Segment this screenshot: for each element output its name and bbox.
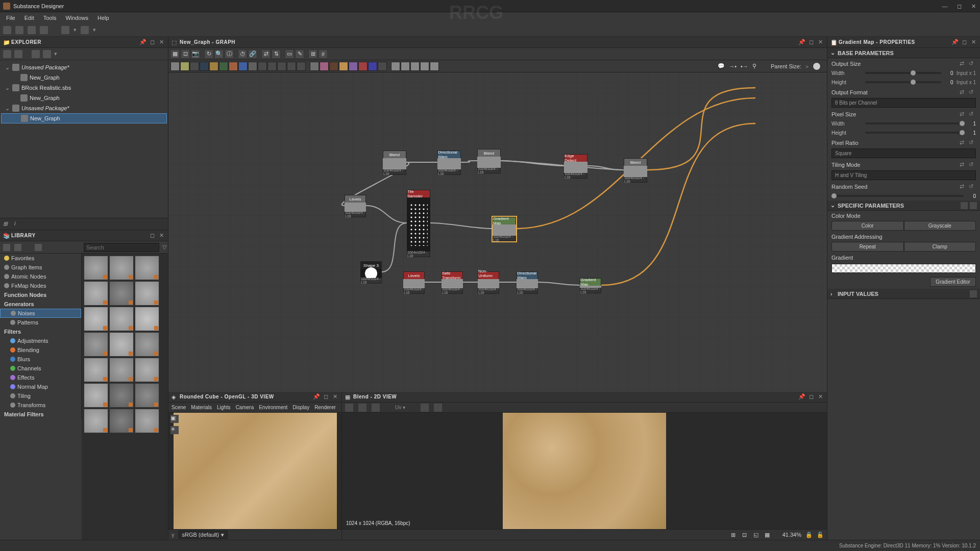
library-thumbnail[interactable] <box>84 256 108 280</box>
library-category[interactable]: FxMap Nodes <box>0 281 81 290</box>
menu-edit[interactable]: Edit <box>20 14 38 22</box>
graph-node[interactable]: Blend1024x1024 - L16 <box>624 158 647 183</box>
library-category[interactable]: Channels <box>0 364 81 373</box>
maximize-icon[interactable]: ◻ <box>955 3 963 10</box>
select-icon[interactable]: ▦ <box>170 49 180 59</box>
library-category[interactable]: Blurs <box>0 355 81 364</box>
parent-size-icon[interactable] <box>813 62 821 70</box>
fit-icon[interactable]: ⊡ <box>181 49 190 59</box>
info-icon[interactable] <box>421 404 429 412</box>
view3d-menu-scene[interactable]: Scene <box>172 405 186 410</box>
pin-icon[interactable]: 📌 <box>139 39 146 46</box>
library-thumbnail[interactable] <box>109 307 134 331</box>
graph-node[interactable]: Edge Detect1024x1024 - L16 <box>564 154 587 179</box>
palette-swatch[interactable] <box>368 62 377 71</box>
library-category[interactable]: Blending <box>0 345 81 355</box>
pin-icon[interactable]: 📌 <box>951 39 959 46</box>
minimize-icon[interactable]: — <box>941 3 948 10</box>
maximize-panel-icon[interactable]: ◻ <box>149 232 156 239</box>
view3d-menu-lights[interactable]: Lights <box>217 405 231 410</box>
link-icon[interactable]: ⇄ <box>960 139 967 146</box>
lib-view-icon[interactable] <box>3 244 10 251</box>
palette-swatch[interactable] <box>267 62 277 71</box>
comment-icon[interactable]: 💬 <box>718 63 725 69</box>
pin-icon[interactable]: 🔓 <box>817 532 824 538</box>
palette-swatch[interactable] <box>320 62 329 71</box>
palette-swatch[interactable] <box>277 62 286 71</box>
zoom-actual-icon[interactable]: ◱ <box>753 532 761 538</box>
export-icon[interactable] <box>358 404 366 412</box>
palette-swatch[interactable] <box>238 62 248 71</box>
library-thumbnail[interactable] <box>84 358 108 382</box>
lib-edit-icon[interactable] <box>35 244 42 251</box>
graph-node[interactable]: Blend1024x1024 - L16 <box>383 151 406 175</box>
palette-swatch[interactable] <box>180 62 189 71</box>
tree-item[interactable]: New_Graph <box>1 93 167 103</box>
graph-node[interactable]: Non-Uniform Blur1024x1024 - L16 <box>478 271 499 294</box>
link-icon[interactable]: ⇄ <box>960 60 967 67</box>
close-panel-icon[interactable]: ✕ <box>970 39 977 46</box>
library-category[interactable]: Favorites <box>0 254 81 263</box>
tree-item[interactable]: ⌄Unsaved Package* <box>1 62 167 72</box>
link-icon[interactable]: ⇄ <box>960 111 967 118</box>
props-icon[interactable]: ⊞ <box>3 220 10 228</box>
color-mode-grayscale-button[interactable]: Grayscale <box>904 221 976 231</box>
light-icon[interactable]: ☀ <box>170 426 179 434</box>
library-category[interactable]: Effects <box>0 373 81 382</box>
gear-icon[interactable] <box>970 290 977 297</box>
palette-swatch[interactable] <box>329 62 338 71</box>
lock-icon[interactable]: 🔒 <box>805 532 813 538</box>
tree-item[interactable]: ⌄BRock Realistic.sbs <box>1 83 167 93</box>
paste-icon[interactable] <box>970 202 977 209</box>
library-category[interactable]: Material Filters <box>0 410 81 419</box>
height-slider[interactable] <box>865 81 941 83</box>
link-icon[interactable]: ⇄ <box>960 161 967 168</box>
tiling-icon[interactable]: ▦ <box>765 532 772 538</box>
graph-node[interactable]: Tile Sampler1024x1024 - L16 <box>407 190 430 257</box>
gradient-addressing-clamp-button[interactable]: Clamp <box>904 242 976 252</box>
library-thumbnail[interactable] <box>135 383 159 408</box>
save-icon[interactable] <box>345 404 353 412</box>
color-mode-color-button[interactable]: Color <box>831 221 904 231</box>
pin-icon[interactable]: 📌 <box>798 393 805 400</box>
palette-swatch[interactable] <box>430 62 439 71</box>
maximize-panel-icon[interactable]: ◻ <box>961 39 968 46</box>
save-all-icon[interactable] <box>40 26 48 34</box>
specific-parameters-section[interactable]: ⌄ SPECIFIC PARAMETERS <box>827 201 980 211</box>
palette-swatch[interactable] <box>258 62 267 71</box>
library-category[interactable]: Normal Map <box>0 382 81 391</box>
new-graph-icon[interactable] <box>14 50 22 58</box>
snap-icon[interactable]: # <box>318 49 328 59</box>
library-category[interactable]: Patterns <box>0 318 81 327</box>
pixel-height-slider[interactable] <box>865 132 964 134</box>
tiling-mode-select[interactable]: H and V Tiling <box>831 170 976 180</box>
library-thumbnail[interactable] <box>135 307 159 331</box>
save-icon[interactable] <box>28 26 36 34</box>
palette-swatch[interactable] <box>349 62 358 71</box>
align-icon[interactable]: ⇄ <box>261 49 271 59</box>
reset-icon[interactable]: ↺ <box>969 60 976 67</box>
refresh-icon[interactable]: ↻ <box>204 49 213 59</box>
close-panel-icon[interactable]: ✕ <box>331 393 338 400</box>
reset-icon[interactable]: ↺ <box>969 161 976 168</box>
palette-swatch[interactable] <box>297 62 306 71</box>
library-category[interactable]: Tiling <box>0 391 81 400</box>
copy-icon[interactable] <box>372 404 380 412</box>
menu-windows[interactable]: Windows <box>61 14 92 22</box>
view2d-canvas[interactable]: 1024 x 1024 (RGBA, 16bpc) <box>342 413 827 529</box>
frame-icon[interactable]: ▭ <box>285 49 294 59</box>
palette-swatch[interactable] <box>248 62 257 71</box>
output-format-select[interactable]: 8 Bits per Channel <box>831 98 976 108</box>
graph-node[interactable]: Safe Transform1024x1024 - L16 <box>442 271 463 294</box>
undo-icon[interactable] <box>61 26 69 34</box>
library-thumbnail[interactable] <box>84 281 108 306</box>
library-thumbnail[interactable] <box>109 409 134 433</box>
graph-node[interactable]: Gradient Map1024x1024 - L16 <box>493 217 516 241</box>
close-panel-icon[interactable]: ✕ <box>158 232 165 239</box>
menu-help[interactable]: Help <box>93 14 113 22</box>
library-thumbnail[interactable] <box>135 332 159 357</box>
refresh-icon[interactable] <box>32 50 40 58</box>
tree-item[interactable]: ⌄Unsaved Package* <box>1 103 167 113</box>
palette-swatch[interactable] <box>219 62 228 71</box>
graph-node[interactable]: Levels1024x1024 - L16 <box>403 271 425 294</box>
